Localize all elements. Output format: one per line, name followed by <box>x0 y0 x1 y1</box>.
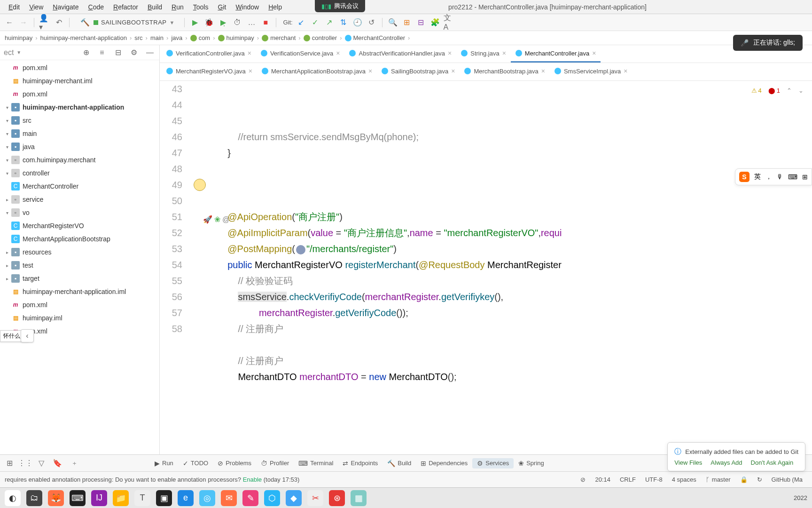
tool-dependencies[interactable]: ⊞Dependencies <box>416 458 472 468</box>
line-number[interactable]: 50 <box>160 193 182 209</box>
tab-verificationcontroller-java[interactable]: VerificationController.java× <box>162 45 256 63</box>
line-number[interactable]: 43 <box>160 81 182 97</box>
tool-todo[interactable]: ✓TODO <box>178 458 213 468</box>
inspection-summary[interactable]: ⚠4 ⬤1 ⌃ ⌄ <box>751 83 804 99</box>
code-line-47[interactable] <box>217 193 812 209</box>
attach-button[interactable]: … <box>246 17 257 28</box>
collapse-panel-button[interactable]: ‹ <box>21 329 34 342</box>
tree-node-target[interactable]: ▸▪target <box>0 272 159 285</box>
breadcrumb-merchant[interactable]: merchant <box>262 34 296 41</box>
line-number[interactable]: 56 <box>160 289 182 305</box>
coverage-button[interactable]: ▶̣ <box>218 17 229 28</box>
tree-node-huiminpay-merchant-iml[interactable]: ▤huiminpay-merchant.iml <box>0 74 159 87</box>
line-number[interactable]: 52 <box>160 225 182 241</box>
tool-endpoints[interactable]: ⇄Endpoints <box>338 458 383 468</box>
git-branch[interactable]: ᚴmaster <box>706 476 731 483</box>
menu-refactor[interactable]: Refactor <box>109 2 143 12</box>
tool-build[interactable]: 🔨Build <box>383 458 416 468</box>
tab-verificationservice-java[interactable]: VerificationService.java× <box>256 45 345 63</box>
ime-comma-icon[interactable]: ， <box>765 173 772 181</box>
git-commit-button[interactable]: ✓ <box>310 17 321 28</box>
browser-icon[interactable]: ◎ <box>199 490 215 506</box>
tree-node-src[interactable]: ▾▪src <box>0 114 159 127</box>
caret-position[interactable]: 20:14 <box>595 476 610 483</box>
tree-node-pom-xml[interactable]: mpom.xml <box>0 87 159 101</box>
code-line-55[interactable]: // 注册商户 <box>217 321 812 337</box>
tree-node-controller[interactable]: ▾▫controller <box>0 167 159 180</box>
stop-button[interactable]: ■ <box>260 17 271 28</box>
taskbar-clock[interactable]: 2022 <box>794 494 807 501</box>
app1-icon[interactable]: ✎ <box>242 490 258 506</box>
edge-icon[interactable]: e <box>178 490 194 506</box>
project-tree[interactable]: mpom.xml▤huiminpay-merchant.imlmpom.xml▾… <box>0 60 159 454</box>
close-icon[interactable]: × <box>248 49 251 57</box>
settings-icon[interactable]: ⚙ <box>128 47 140 58</box>
line-number[interactable]: 48 <box>160 161 182 177</box>
expand-icon[interactable]: ▸ <box>4 263 10 268</box>
tab-merchantcontroller-java[interactable]: MerchantController.java× <box>511 45 601 63</box>
terminal-icon[interactable]: ⌨ <box>70 490 86 506</box>
app2-icon[interactable]: ⬡ <box>264 490 280 506</box>
menu-build[interactable]: Build <box>143 2 167 12</box>
code-line-48[interactable]: @ApiOperation("商户注册") <box>217 209 812 225</box>
breadcrumb-main[interactable]: main <box>150 34 164 41</box>
firefox-icon[interactable]: 🦊 <box>48 490 64 506</box>
tool-profiler[interactable]: ⏱Profiler <box>256 458 294 468</box>
code-line-43[interactable]: //return smsService.sendMsgByMq(phone); <box>217 129 812 145</box>
app6-icon[interactable]: ▦ <box>351 490 367 506</box>
profile-button[interactable]: ⏱ <box>232 17 243 28</box>
tab-merchantregistervo-java[interactable]: MerchantRegisterVO.java× <box>162 63 257 80</box>
chevron-down-icon[interactable]: ▼ <box>16 50 21 55</box>
meeting-indicator[interactable]: ▮▯▮ 腾讯会议 <box>315 0 365 12</box>
code-line-52[interactable]: // 校验验证码 <box>217 273 812 289</box>
breadcrumb-huiminpay-merchant-application[interactable]: huiminpay-merchant-application <box>40 34 127 41</box>
code-line-45[interactable] <box>217 161 812 177</box>
app5-icon[interactable]: ⊛ <box>329 490 345 506</box>
menu-help[interactable]: Help <box>264 2 287 12</box>
code-line-54[interactable]: merchantRegister.getVerifiyCode()); <box>217 305 812 321</box>
line-number[interactable]: 53 <box>160 241 182 257</box>
intellij-icon[interactable]: IJ <box>91 490 107 506</box>
ime-lang[interactable]: 英 <box>754 173 761 181</box>
ime-mic-icon[interactable]: 🎙 <box>777 173 783 181</box>
expand-icon[interactable]: ▸ <box>4 197 10 202</box>
tree-node-resources[interactable]: ▸▪resources <box>0 246 159 259</box>
bookmark-icon[interactable]: 🔖 <box>52 458 63 469</box>
close-icon[interactable]: × <box>249 67 252 75</box>
line-gutter[interactable]: 43444546474849505152535455565758 <box>160 81 189 454</box>
breadcrumb-huiminpay[interactable]: huiminpay <box>218 34 254 41</box>
close-icon[interactable]: × <box>624 67 627 75</box>
tree-node-pom-xml[interactable]: mpom.xml <box>0 298 159 311</box>
nav-back-button[interactable]: ← <box>4 17 15 28</box>
git-update-button[interactable]: ↙ <box>296 17 307 28</box>
ime-more-icon[interactable]: ⊞ <box>802 173 808 181</box>
sync-icon[interactable]: ↻ <box>757 476 762 483</box>
line-separator[interactable]: CRLF <box>620 476 636 483</box>
notif-link-view-files[interactable]: View Files <box>674 459 702 466</box>
expand-icon[interactable]: ▸ <box>4 276 10 281</box>
line-number[interactable]: 58 <box>160 321 182 337</box>
tree-node-com-huiminpay-merchant[interactable]: ▾▫com.huiminpay.merchant <box>0 153 159 167</box>
line-number[interactable]: 45 <box>160 113 182 129</box>
chevron-up-icon[interactable]: ⌃ <box>787 83 792 99</box>
tree-node-service[interactable]: ▸▫service <box>0 193 159 206</box>
encoding[interactable]: UTF-8 <box>645 476 663 483</box>
breadcrumb-huiminpay[interactable]: huiminpay <box>5 34 32 41</box>
files-icon[interactable]: 🗂 <box>26 490 42 506</box>
code-line-57[interactable]: // 注册商户 <box>217 353 812 369</box>
menu-tools[interactable]: Tools <box>188 2 213 12</box>
expand-all-icon[interactable]: ≡ <box>96 47 108 58</box>
line-number[interactable]: 55 <box>160 273 182 289</box>
run-config-selector[interactable]: 🔨 SAILINGBOOTSTRAP ▼ <box>74 16 180 30</box>
text-icon[interactable]: T <box>134 490 150 506</box>
menu-navigate[interactable]: Navigate <box>48 2 83 12</box>
github-status[interactable]: GitHub (Ma <box>772 476 803 483</box>
code-line-51[interactable]: public MerchantRegisterVO registerMercha… <box>217 257 812 273</box>
notif-link-always-add[interactable]: Always Add <box>710 459 742 466</box>
code-line-50[interactable]: @PostMapping("/merchants/register") <box>217 241 812 257</box>
tool-3-icon[interactable]: 🧩 <box>429 17 441 28</box>
expand-icon[interactable]: ▾ <box>4 105 10 110</box>
enable-link[interactable]: Enable <box>243 476 262 483</box>
expand-icon[interactable]: ▾ <box>4 144 10 150</box>
tree-node-merchantregistervo[interactable]: CMerchantRegisterVO <box>0 219 159 232</box>
